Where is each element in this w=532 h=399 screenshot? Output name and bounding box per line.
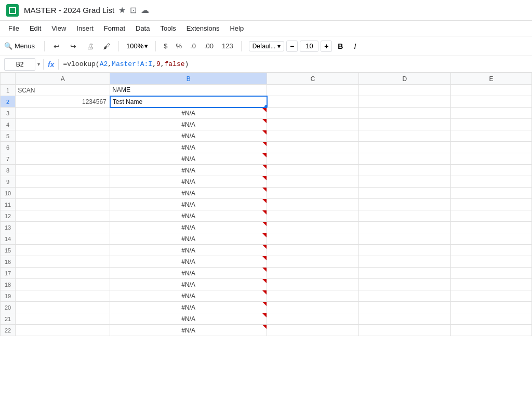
cell-c3[interactable]: [267, 108, 359, 119]
menu-insert[interactable]: Insert: [72, 23, 98, 34]
cell-a4[interactable]: [16, 119, 110, 130]
cell-c16[interactable]: [267, 256, 359, 268]
cell-b16[interactable]: #N/A: [110, 256, 267, 268]
cell-b17[interactable]: #N/A: [110, 268, 267, 279]
cell-a2[interactable]: 1234567: [16, 96, 110, 108]
cell-d8[interactable]: [358, 165, 450, 176]
cell-a9[interactable]: [16, 176, 110, 188]
cell-e7[interactable]: [450, 153, 531, 165]
cell-a18[interactable]: [16, 279, 110, 290]
cell-c10[interactable]: [267, 188, 359, 199]
cell-c6[interactable]: [267, 142, 359, 153]
cell-b15[interactable]: #N/A: [110, 245, 267, 256]
col-header-d[interactable]: D: [358, 73, 450, 85]
cell-e8[interactable]: [450, 165, 531, 176]
cell-a14[interactable]: [16, 233, 110, 245]
cell-c21[interactable]: [267, 313, 359, 325]
cell-reference-input[interactable]: [4, 58, 35, 71]
cell-b8[interactable]: #N/A: [110, 165, 267, 176]
cell-a22[interactable]: [16, 325, 110, 336]
cell-c19[interactable]: [267, 290, 359, 302]
cell-c1[interactable]: [267, 85, 359, 96]
menu-edit[interactable]: Edit: [25, 23, 45, 34]
cell-a11[interactable]: [16, 199, 110, 210]
cell-e20[interactable]: [450, 302, 531, 313]
redo-button[interactable]: ↪: [66, 39, 80, 53]
cell-b21[interactable]: #N/A: [110, 313, 267, 325]
col-header-c[interactable]: C: [267, 73, 359, 85]
cell-d12[interactable]: [358, 210, 450, 222]
cell-a10[interactable]: [16, 188, 110, 199]
cell-c2[interactable]: [267, 96, 359, 108]
cell-a8[interactable]: [16, 165, 110, 176]
cell-b4[interactable]: #N/A: [110, 119, 267, 130]
number-format-button[interactable]: 123: [219, 41, 236, 51]
cell-e14[interactable]: [450, 233, 531, 245]
cell-d16[interactable]: [358, 256, 450, 268]
cell-e1[interactable]: [450, 85, 531, 96]
col-header-b[interactable]: B: [110, 73, 267, 85]
menu-format[interactable]: Format: [100, 23, 129, 34]
cell-e13[interactable]: [450, 222, 531, 233]
cell-c11[interactable]: [267, 199, 359, 210]
menu-file[interactable]: File: [4, 23, 23, 34]
cell-b13[interactable]: #N/A: [110, 222, 267, 233]
cell-b3[interactable]: #N/A: [110, 108, 267, 119]
cell-b22[interactable]: #N/A: [110, 325, 267, 336]
cell-d5[interactable]: [358, 130, 450, 142]
cell-e19[interactable]: [450, 290, 531, 302]
cell-a20[interactable]: [16, 302, 110, 313]
formula-input[interactable]: =vlookup(A2,Master!A:I,9,false): [63, 60, 528, 68]
italic-button[interactable]: I: [349, 40, 361, 52]
cell-d6[interactable]: [358, 142, 450, 153]
cell-b18[interactable]: #N/A: [110, 279, 267, 290]
cell-c18[interactable]: [267, 279, 359, 290]
cell-b7[interactable]: #N/A: [110, 153, 267, 165]
font-size-plus-button[interactable]: +: [321, 41, 332, 52]
cell-d1[interactable]: [358, 85, 450, 96]
cell-b14[interactable]: #N/A: [110, 233, 267, 245]
menu-tools[interactable]: Tools: [156, 23, 180, 34]
col-header-e[interactable]: E: [450, 73, 531, 85]
cell-e11[interactable]: [450, 199, 531, 210]
cell-b1[interactable]: NAME: [110, 85, 267, 96]
cell-d10[interactable]: [358, 188, 450, 199]
cell-d2[interactable]: [358, 96, 450, 108]
font-name-select[interactable]: Defaul... ▾: [249, 41, 285, 51]
cell-d14[interactable]: [358, 233, 450, 245]
cell-e10[interactable]: [450, 188, 531, 199]
cell-d17[interactable]: [358, 268, 450, 279]
cell-a7[interactable]: [16, 153, 110, 165]
cell-d15[interactable]: [358, 245, 450, 256]
decimal-less-button[interactable]: .0: [188, 41, 198, 51]
cell-d22[interactable]: [358, 325, 450, 336]
font-size-input[interactable]: [300, 41, 318, 52]
menu-extensions[interactable]: Extensions: [182, 23, 224, 34]
zoom-control[interactable]: 100% ▾: [124, 41, 150, 51]
cell-c5[interactable]: [267, 130, 359, 142]
cell-b12[interactable]: #N/A: [110, 210, 267, 222]
cell-b6[interactable]: #N/A: [110, 142, 267, 153]
cell-e17[interactable]: [450, 268, 531, 279]
cell-c22[interactable]: [267, 325, 359, 336]
cell-a3[interactable]: [16, 108, 110, 119]
cell-e22[interactable]: [450, 325, 531, 336]
format-paint-button[interactable]: 🖌: [100, 39, 113, 53]
cell-a12[interactable]: [16, 210, 110, 222]
menu-help[interactable]: Help: [225, 23, 248, 34]
cell-c17[interactable]: [267, 268, 359, 279]
print-button[interactable]: 🖨: [83, 39, 97, 53]
font-size-minus-button[interactable]: −: [286, 41, 298, 52]
cell-c9[interactable]: [267, 176, 359, 188]
cell-d13[interactable]: [358, 222, 450, 233]
cell-b19[interactable]: #N/A: [110, 290, 267, 302]
cell-e5[interactable]: [450, 130, 531, 142]
folder-icon[interactable]: ⊡: [130, 5, 137, 15]
cell-d3[interactable]: [358, 108, 450, 119]
decimal-more-button[interactable]: .00: [202, 41, 216, 51]
cell-e12[interactable]: [450, 210, 531, 222]
cell-a16[interactable]: [16, 256, 110, 268]
cell-b10[interactable]: #N/A: [110, 188, 267, 199]
col-header-a[interactable]: A: [16, 73, 110, 85]
cell-c15[interactable]: [267, 245, 359, 256]
